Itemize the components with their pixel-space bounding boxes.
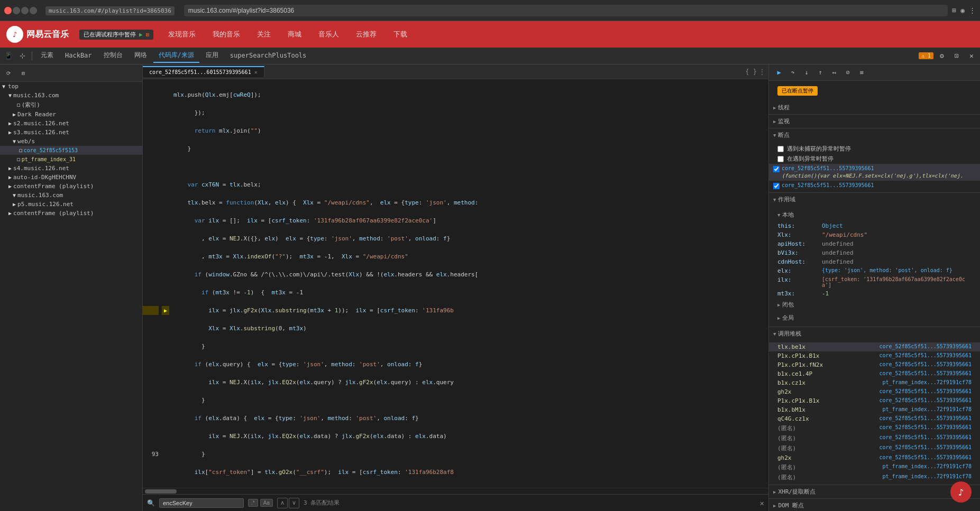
search-close-btn[interactable]: ✕ [760, 499, 764, 507]
tree-item-content2[interactable]: ▶ contentFrame (playlist) [0, 209, 142, 218]
cs-item-14[interactable]: (匿名) pt_frame_index...72f9191cf78 [769, 472, 980, 482]
nav-download[interactable]: 下载 [389, 27, 411, 41]
tab-supersearch[interactable]: superSearchPlusTools [225, 50, 312, 62]
debug-play-btn[interactable]: ▶ [139, 31, 143, 38]
search-input[interactable] [159, 498, 244, 508]
nav-discover[interactable]: 发现音乐 [164, 27, 200, 41]
cs-item-8[interactable]: qC4G.cz1x core_52f85c5f51...55739395661 [769, 414, 980, 423]
breakpoint-item-1[interactable]: core_52f85c5f51...55739395661 (function(… [769, 164, 980, 181]
tab-sources[interactable]: 代码库/来源 [153, 49, 199, 63]
tree-item-ptframe[interactable]: ◻ pt_frame_index_31 [0, 155, 142, 164]
bp-uncaught-checkbox[interactable] [777, 146, 784, 152]
settings-gear-icon[interactable]: ⚙ [936, 50, 948, 62]
regex-option[interactable]: .* [248, 499, 258, 507]
nav-shop[interactable]: 商城 [283, 27, 306, 41]
filetree-sync-icon[interactable]: ⟳ [2, 67, 15, 79]
code-tab-core52[interactable]: core_52f85c5f51...60155739395661 ✕ [143, 66, 264, 77]
debug-stepout-btn[interactable]: ↑ [814, 67, 826, 78]
callstack-header[interactable]: ▼ 调用堆栈 [769, 327, 980, 340]
bp2-checkbox[interactable] [773, 183, 780, 189]
tree-item-content1[interactable]: ▶ contentFrame (playlist) [0, 182, 142, 191]
cs-item-12[interactable]: gh2x core_52f85c5f51...55739395661 [769, 453, 980, 462]
tree-item-music163[interactable]: ▼ music.163.com [0, 91, 142, 100]
threads-header[interactable]: ▶ 线程 [769, 101, 980, 114]
tree-item-s3[interactable]: ▶ s3.music.126.net [0, 128, 142, 137]
tab-network[interactable]: 网络 [129, 49, 152, 63]
back-btn[interactable] [13, 7, 20, 14]
debug-stepover-btn[interactable]: ↷ [787, 67, 799, 78]
search-prev-btn[interactable]: ∧ [277, 498, 288, 508]
profile-icon[interactable]: ◉ [960, 6, 965, 14]
cs-item-13[interactable]: (匿名) pt_frame_index...72f9191cf78 [769, 462, 980, 472]
cs-item-5[interactable]: gh2x core_52f85c5f51...55739395661 [769, 387, 980, 396]
tree-item-core52[interactable]: ◻ core_52f85c5f5153 [0, 146, 142, 155]
bp-caught-checkbox[interactable] [777, 156, 784, 162]
code-scrollbar-x[interactable] [143, 488, 768, 494]
tree-item-index[interactable]: ◻ (索引) [0, 100, 142, 110]
settings-icon[interactable]: ⋮ [969, 6, 976, 14]
cs-item-11[interactable]: (匿名) core_52f85c5f51...55739395661 [769, 443, 980, 453]
tab-console[interactable]: 控制台 [98, 49, 128, 63]
breakpoint-item-2[interactable]: core_52f85c5f51...55739395661 [769, 181, 980, 190]
global-scope-header[interactable]: ▶ 全局 [769, 311, 980, 324]
tree-item-p5[interactable]: ▶ p5.music.126.net [0, 200, 142, 209]
extension-icon[interactable]: ⊞ [952, 6, 956, 14]
devtools-select-icon[interactable]: ⊹ [16, 50, 29, 62]
cs-item-0[interactable]: tlx.be1x core_52f85c5f51...55739395661 [769, 342, 980, 351]
dock-icon[interactable]: ⊡ [950, 50, 963, 62]
more-icon[interactable]: ⋮ [759, 68, 765, 76]
dom-header[interactable]: ▶ DOM 断点 [769, 499, 980, 511]
cs-item-10[interactable]: (匿名) core_52f85c5f51...55739395661 [769, 433, 980, 443]
tree-item-top[interactable]: ▼ top [0, 82, 142, 91]
cs-item-3[interactable]: b1x.ce1.4P core_52f85c5f51...55739395661 [769, 369, 980, 378]
nav-mymusic[interactable]: 我的音乐 [208, 27, 244, 41]
nav-follow[interactable]: 关注 [253, 27, 275, 41]
tab-elements[interactable]: 元素 [35, 49, 59, 63]
closure-scope-header[interactable]: ▶ 闭包 [769, 298, 980, 311]
netease-floating-btn[interactable]: ♪ [950, 481, 972, 503]
tree-item-webs[interactable]: ▼ web/s [0, 137, 142, 146]
bp-caught-cb[interactable]: 在遇到异常时暂停 [769, 154, 980, 164]
tree-item-s4[interactable]: ▶ s4.music.126.net [0, 164, 142, 173]
case-option[interactable]: Aa [260, 499, 273, 507]
refresh-btn[interactable] [30, 7, 37, 14]
filetree-group-icon[interactable]: ⊞ [17, 67, 30, 79]
cs-item-7[interactable]: b1x.bM1x pt_frame_index...72f9191cf78 [769, 405, 980, 414]
url-bar[interactable] [184, 5, 948, 16]
debug-more-btn[interactable]: ≡ [856, 67, 867, 78]
tree-item-music163b[interactable]: ▼ music.163.com [0, 191, 142, 200]
bp-uncaught-cb[interactable]: 遇到未捕获的异常时暂停 [769, 144, 980, 154]
debug-deactivate-btn[interactable]: ⊘ [842, 67, 854, 78]
scroll-thumb[interactable] [145, 489, 177, 494]
xhr-header[interactable]: ▶ XHR/提取断点 [769, 485, 980, 498]
tab-close-btn[interactable] [4, 7, 12, 14]
tab-close-btn[interactable]: ✕ [254, 69, 258, 75]
nav-artist[interactable]: 音乐人 [314, 27, 343, 41]
tree-item-darkreader[interactable]: ▶ Dark Reader [0, 110, 142, 119]
breakpoints-header[interactable]: ▼ 断点 [769, 128, 980, 142]
devtools-mobile-icon[interactable]: 📱 [2, 50, 15, 62]
debug-stepin-btn[interactable]: ↓ [801, 67, 812, 78]
tree-item-autoid[interactable]: ▶ auto-id-DKgHEHCHNV [0, 173, 142, 182]
browser-nav-buttons[interactable] [4, 7, 37, 14]
nav-recommend[interactable]: 云推荐 [352, 27, 381, 41]
cs-item-6[interactable]: P1x.cP1x.B1x core_52f85c5f51...557393956… [769, 396, 980, 405]
local-scope-header[interactable]: ▼ 本地 [769, 208, 980, 221]
cs-item-9[interactable]: (匿名) core_52f85c5f51...55739395661 [769, 423, 980, 433]
tree-item-s2[interactable]: ▶ s2.music.126.net [0, 119, 142, 128]
format-icon[interactable]: { } [745, 68, 757, 76]
tab-hackbar[interactable]: HackBar [60, 50, 97, 62]
debug-stepback-btn[interactable]: ↤ [828, 67, 840, 78]
debug-stop-btn[interactable]: ⊠ [146, 31, 150, 38]
bp1-checkbox[interactable] [773, 166, 780, 172]
cs-item-1[interactable]: P1x.cP1x.B1x core_52f85c5f51...557393956… [769, 351, 980, 360]
scope-header[interactable]: ▼ 作用域 [769, 193, 980, 206]
cs-item-4[interactable]: b1x.cz1x pt_frame_index...72f9191cf78 [769, 378, 980, 387]
close-devtools-icon[interactable]: ✕ [965, 50, 978, 62]
watch-header[interactable]: ▶ 监视 [769, 115, 980, 128]
search-next-btn[interactable]: ∨ [289, 498, 299, 508]
cs-item-2[interactable]: P1x.cP1x.fN2x core_52f85c5f51...55739395… [769, 360, 980, 369]
tab-application[interactable]: 应用 [200, 49, 224, 63]
debug-resume-btn[interactable]: ▶ [773, 67, 785, 78]
forward-btn[interactable] [21, 7, 29, 14]
